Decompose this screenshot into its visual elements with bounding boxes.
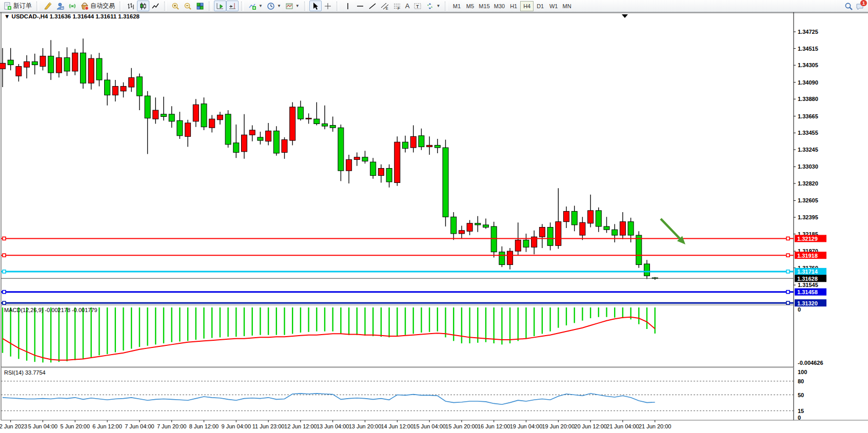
candle-body (225, 114, 231, 145)
fibonacci-tool-button[interactable]: F (391, 1, 403, 11)
candle-body (112, 86, 118, 95)
price-tag-label: 1.31458 (797, 289, 818, 295)
price-tick-label: 1.32395 (798, 214, 818, 220)
time-tick-label: 20 Jun 12:00 (574, 423, 607, 429)
zoom-out-button[interactable] (182, 1, 194, 11)
candle-body (588, 211, 594, 223)
time-tick-label: 15 Jun 20:00 (445, 423, 478, 429)
timeframe-button-h1[interactable]: H1 (507, 1, 520, 11)
horizontal-line-tool-button[interactable] (354, 1, 366, 11)
time-tick-label: 21 Jun 20:00 (639, 423, 672, 429)
candle-body (564, 211, 569, 221)
toolbar-separator (164, 2, 167, 11)
line-chart-mode-button[interactable] (149, 1, 162, 11)
candle-body (515, 240, 521, 251)
chat-notification-icon[interactable]: 1 (856, 2, 864, 10)
timeframe-button-d1[interactable]: D1 (534, 1, 547, 11)
price-tag-label: 1.31918 (797, 253, 818, 259)
toolbar-separator (241, 2, 244, 11)
fibonacci-icon: F (393, 2, 401, 10)
timeframe-button-m1[interactable]: M1 (450, 1, 463, 11)
cursor-tool-button[interactable] (309, 1, 322, 11)
candle-body (499, 252, 505, 265)
candlestick-mode-button[interactable] (137, 1, 149, 11)
signals-button[interactable] (66, 1, 78, 11)
candle-body (145, 96, 150, 118)
channel-tool-button[interactable]: E (379, 1, 391, 11)
text-label-tool-button[interactable]: T (411, 1, 424, 11)
candle-body (298, 107, 303, 119)
candle-body (636, 235, 642, 264)
timeframe-button-m5[interactable]: M5 (463, 1, 477, 11)
vertical-line-tool-button[interactable] (342, 1, 354, 11)
price-chart-canvas[interactable]: 1.347251.345151.343051.340901.338801.336… (0, 12, 868, 433)
candle-body (556, 222, 561, 246)
candle-body (233, 143, 239, 153)
autotrading-icon (81, 2, 89, 10)
toolbar-separator (337, 2, 339, 11)
time-tick-label: 7 Jun 04:00 (125, 423, 154, 429)
hline-anchor (3, 270, 6, 273)
svg-text:F: F (398, 7, 400, 10)
market-button[interactable] (54, 1, 66, 11)
candle-body (443, 148, 448, 217)
price-tick-label: 1.32820 (798, 180, 818, 187)
tile-windows-icon (196, 2, 204, 10)
bar-chart-mode-button[interactable] (125, 1, 137, 11)
candle-body (249, 130, 255, 135)
candle-body (370, 162, 376, 175)
timeframe-button-m15[interactable]: M15 (477, 1, 491, 11)
candle-body (612, 230, 618, 235)
metaeditor-button[interactable] (42, 1, 54, 11)
timeframe-button-h4[interactable]: H4 (520, 1, 534, 11)
timeframe-button-m30[interactable]: M30 (492, 1, 507, 11)
zoom-in-icon (171, 2, 180, 10)
price-tag-label: 1.32129 (797, 236, 818, 242)
text-tool-button[interactable]: A (403, 1, 412, 11)
candle-body (483, 225, 489, 228)
timeframe-button-mn[interactable]: MN (560, 1, 574, 11)
time-tick-label: 2 Jun 2023 (0, 423, 27, 429)
candle-body (32, 61, 37, 65)
candle-body (48, 56, 54, 73)
candle-body (539, 228, 545, 237)
candle-body (596, 211, 601, 226)
candle-body (193, 105, 199, 121)
zoom-in-button[interactable] (169, 1, 182, 11)
candle-body (580, 222, 585, 235)
candle-body (185, 123, 191, 136)
autotrading-button[interactable]: 自动交易 (78, 1, 117, 11)
rsi-scale-label: 100 (798, 369, 807, 375)
arrows-tool-button[interactable]: ▼ (424, 1, 442, 11)
market-person-icon (56, 2, 64, 10)
templates-button[interactable]: ▼ (283, 1, 302, 11)
indicators-button[interactable]: ▼ (246, 1, 265, 11)
candle-body (177, 120, 183, 136)
price-tick-label: 1.34725 (798, 29, 818, 35)
crosshair-tool-button[interactable] (322, 1, 334, 11)
toolbar-separator (120, 2, 122, 11)
time-tick-label: 6 Jun 12:00 (92, 423, 122, 429)
clock-icon (267, 2, 275, 10)
notification-badge: 1 (860, 0, 867, 6)
timeframe-button-w1[interactable]: W1 (547, 1, 560, 11)
candle-body (523, 240, 529, 247)
auto-scroll-button[interactable] (214, 1, 226, 11)
tile-windows-button[interactable] (194, 1, 206, 11)
chart-shift-button[interactable] (226, 1, 239, 11)
price-tick-label: 1.34090 (798, 79, 818, 86)
candle-body (88, 58, 94, 83)
new-order-button[interactable]: 新订单 (2, 1, 34, 11)
candle-body (105, 80, 110, 95)
trendline-tool-button[interactable] (366, 1, 379, 11)
chart-window[interactable]: 1.347251.345151.343051.340901.338801.336… (0, 12, 868, 433)
periods-button[interactable]: ▼ (265, 1, 283, 11)
candle-body (386, 169, 392, 182)
candle-body (201, 104, 207, 127)
time-tick-label: 5 Jun 20:00 (61, 423, 90, 429)
candle-body (217, 115, 223, 119)
hline-anchor (3, 254, 6, 257)
candle-body (451, 217, 457, 234)
candle-body (24, 61, 30, 67)
search-icon[interactable] (844, 2, 853, 10)
